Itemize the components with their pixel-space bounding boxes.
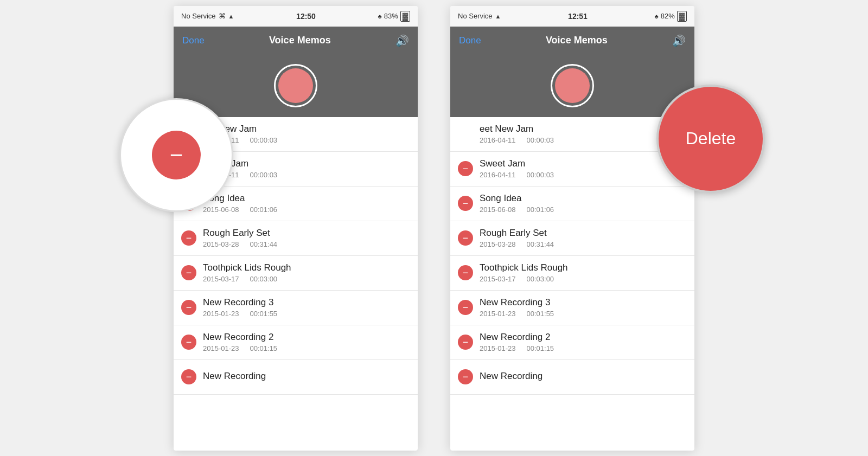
right-item-1-date: 2016-04-11 [480,171,516,179]
list-item[interactable]: − New Recording [174,360,418,395]
left-status-bar: No Service ⌘ ▲ 12:50 ♣ 83% ▓ [174,6,418,27]
left-nav-title: Voice Memos [269,35,331,46]
left-delete-icon-3[interactable]: − [181,230,196,246]
left-no-service: No Service [181,12,216,20]
right-done-button[interactable]: Done [459,35,481,46]
list-item[interactable]: − New Recording 2 2015-01-23 00:01:15 [174,325,418,360]
left-item-1-info: Sweet Jam 2016-04-11 00:00:03 [203,158,410,179]
right-nav-bar: Done Voice Memos 🔊 [450,27,694,55]
left-delete-icon-5[interactable]: − [181,300,196,315]
left-item-2-info: Song Idea 2015-06-08 00:01:06 [203,193,410,214]
left-item-1-meta: 2016-04-11 00:00:03 [203,171,410,179]
list-item[interactable]: − Toothpick Lids Rough 2015-03-17 00:03:… [174,256,418,291]
left-item-6-title: New Recording 2 [203,332,410,343]
right-delete-icon-5[interactable]: − [458,300,473,315]
right-record-button-inner [555,68,590,103]
left-item-6-date: 2015-01-23 [203,344,239,352]
right-status-bar: No Service ▲ 12:51 ♣ 82% ▓ [450,6,694,27]
right-delete-icon-3[interactable]: − [458,230,473,246]
list-item[interactable]: − Rough Early Set 2015-03-28 00:31:44 [450,221,694,256]
left-item-5-title: New Recording 3 [203,297,410,308]
left-nav-bar: Done Voice Memos 🔊 [174,27,418,55]
left-battery-pct: 83% [384,12,398,20]
right-item-5-meta: 2015-01-23 00:01:55 [480,310,687,318]
right-item-3-meta: 2015-03-28 00:31:44 [480,240,687,248]
left-item-1-duration: 00:00:03 [250,171,278,179]
right-record-area [450,55,694,117]
right-time: 12:51 [568,12,588,21]
left-item-4-duration: 00:03:00 [250,275,278,283]
list-item[interactable]: − New Recording 2 2015-01-23 00:01:15 [450,325,694,360]
right-item-0-date: 2016-04-11 [480,136,516,144]
left-item-7-info: New Recording [203,371,410,383]
delete-big-button[interactable]: Delete [656,85,765,193]
right-battery-icon: ▓ [677,11,687,22]
list-item[interactable]: − Song Idea 2015-06-08 00:01:06 [450,187,694,221]
left-item-0-meta: 2016-04-11 00:00:03 [203,136,410,144]
left-delete-icon-7[interactable]: − [181,369,196,384]
left-speaker-icon[interactable]: 🔊 [395,34,409,47]
list-item[interactable]: − New Recording [450,360,694,395]
right-delete-icon-7[interactable]: − [458,369,473,384]
left-item-6-meta: 2015-01-23 00:01:15 [203,344,410,352]
right-item-3-info: Rough Early Set 2015-03-28 00:31:44 [480,228,687,248]
right-item-6-title: New Recording 2 [480,332,687,343]
right-item-2-info: Song Idea 2015-06-08 00:01:06 [480,193,687,214]
right-item-1-info: Sweet Jam 2016-04-11 00:00:03 [480,158,687,179]
right-list-area: eet New Jam 2016-04-11 00:00:03 − Sweet … [450,117,694,395]
right-item-4-title: Toothpick Lids Rough [480,262,687,273]
left-item-2-title: Song Idea [203,193,410,204]
right-delete-icon-2[interactable]: − [458,196,473,211]
left-bt-icon: ♣ [378,13,382,20]
left-battery-icon: ▓ [400,11,410,22]
left-delete-icon-4[interactable]: − [181,265,196,280]
right-item-6-info: New Recording 2 2015-01-23 00:01:15 [480,332,687,352]
right-delete-icon-4[interactable]: − [458,265,473,280]
right-item-1-meta: 2016-04-11 00:00:03 [480,171,687,179]
right-item-6-date: 2015-01-23 [480,344,516,352]
list-item[interactable]: − Toothpick Lids Rough 2015-03-17 00:03:… [450,256,694,291]
right-item-0-duration: 00:00:03 [527,136,554,144]
left-item-3-duration: 00:31:44 [250,240,278,248]
right-item-4-date: 2015-03-17 [480,275,516,283]
left-wifi-bars: ▲ [228,13,234,20]
delete-big-label: Delete [686,129,736,149]
right-speaker-icon[interactable]: 🔊 [672,34,686,47]
right-record-button-outer[interactable] [551,64,594,107]
right-no-service: No Service [458,12,493,20]
right-item-6-duration: 00:01:15 [527,344,554,352]
left-item-5-date: 2015-01-23 [203,310,239,318]
left-item-4-date: 2015-03-17 [203,275,239,283]
right-phone-wrapper: Delete No Service ▲ 12:51 ♣ 82% ▓ Done V… [450,6,694,451]
right-item-4-duration: 00:03:00 [527,275,554,283]
right-item-1-title: Sweet Jam [480,158,687,169]
right-item-4-info: Toothpick Lids Rough 2015-03-17 00:03:00 [480,262,687,283]
left-status-right: ♣ 83% ▓ [378,11,410,22]
right-battery-pct: 82% [661,12,675,20]
left-item-7-title: New Recording [203,371,410,382]
list-item[interactable]: − Sweet Jam 2016-04-11 00:00:03 [450,152,694,187]
zoom-minus-icon[interactable]: − [152,131,201,179]
right-delete-icon-1[interactable]: − [458,161,473,176]
right-status-left: No Service ▲ [458,12,501,20]
left-wifi-icon: ⌘ [219,12,226,20]
left-done-button[interactable]: Done [182,35,205,46]
left-item-3-title: Rough Early Set [203,228,410,239]
left-item-5-duration: 00:01:55 [250,310,278,318]
right-status-right: ♣ 82% ▓ [655,11,687,22]
list-item[interactable]: − New Recording 3 2015-01-23 00:01:55 [174,291,418,325]
right-item-5-info: New Recording 3 2015-01-23 00:01:55 [480,297,687,318]
left-record-button-outer[interactable] [274,64,317,107]
right-delete-icon-6[interactable]: − [458,335,473,350]
left-item-4-info: Toothpick Lids Rough 2015-03-17 00:03:00 [203,262,410,283]
list-item[interactable]: − Rough Early Set 2015-03-28 00:31:44 [174,221,418,256]
list-item[interactable]: − New Recording 3 2015-01-23 00:01:55 [450,291,694,325]
left-item-0-duration: 00:00:03 [250,136,278,144]
left-item-6-info: New Recording 2 2015-01-23 00:01:15 [203,332,410,352]
right-bt-icon: ♣ [655,13,659,20]
right-item-3-duration: 00:31:44 [527,240,554,248]
right-item-7-title: New Recording [480,371,687,382]
left-delete-icon-6[interactable]: − [181,335,196,350]
left-item-0-title: eet New Jam [203,124,410,134]
left-item-2-date: 2015-06-08 [203,205,239,214]
